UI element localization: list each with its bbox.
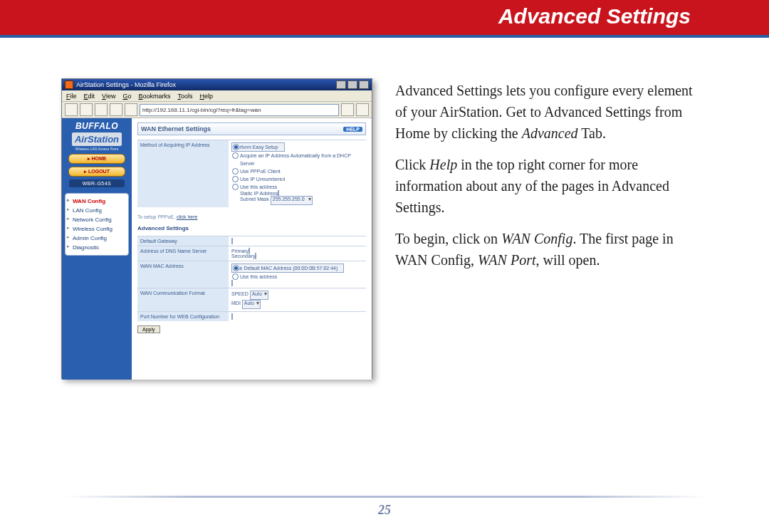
fmt-mdi-select[interactable]: Auto xyxy=(242,300,261,309)
brand-subtitle: Wireless LAN Access Point xyxy=(75,147,118,151)
back-button[interactable] xyxy=(65,103,78,116)
opt-this-address[interactable]: Use this address xyxy=(231,183,363,191)
subnet-select[interactable]: 255.255.255.0 xyxy=(271,196,313,205)
window-title: AirStation Settings - Mozilla Firefox xyxy=(76,81,176,88)
static-ip-label: Static IP Address xyxy=(240,191,278,196)
sidebar-item-admin[interactable]: Admin Config xyxy=(66,234,128,243)
subnet-label: Subnet Mask xyxy=(240,197,269,202)
toolbar: http://192.168.11.1/cgi-bin/cgi?req=fr&t… xyxy=(62,102,372,118)
page-title: Advanced Settings xyxy=(498,4,691,28)
port-input[interactable] xyxy=(231,313,233,320)
advanced-section-title: Advanced Settings xyxy=(137,225,366,231)
sidebar-item-diagnostic[interactable]: Diagnostic xyxy=(66,243,128,252)
p3-tail: , will open. xyxy=(536,252,600,268)
p3-text: To begin, click on xyxy=(395,231,501,246)
home-button-pill[interactable]: ▸ HOME xyxy=(68,154,125,164)
menu-tools[interactable]: Tools xyxy=(177,93,192,100)
header-underline xyxy=(0,35,769,38)
main-panel: WAN Ethernet Settings HELP Method of Acq… xyxy=(132,118,372,380)
row-mac-label: WAN MAC Address xyxy=(137,261,229,288)
panel-title: WAN Ethernet Settings xyxy=(141,125,211,132)
pppoe-hint: To setup PPPoE, click here xyxy=(137,214,366,219)
row-format-label: WAN Communication Format xyxy=(137,288,229,312)
p2-italic: Help xyxy=(429,157,457,172)
dns-secondary-label: Secondary xyxy=(231,254,255,259)
screenshot: AirStation Settings - Mozilla Firefox Fi… xyxy=(61,78,372,379)
footer-rule xyxy=(64,496,705,498)
gateway-input[interactable] xyxy=(231,238,233,244)
row-method-label: Method of Acquiring IP Address xyxy=(137,140,229,208)
model-badge: WBR-G54S xyxy=(69,179,125,187)
fmt-mdi-label: MDI xyxy=(231,301,241,306)
fmt-speed-label: SPEED xyxy=(231,291,249,296)
menu-edit[interactable]: Edit xyxy=(84,93,95,100)
stop-button[interactable] xyxy=(110,103,122,116)
apply-button[interactable]: Apply xyxy=(137,325,160,333)
menu-help[interactable]: Help xyxy=(199,93,213,100)
panel-header: WAN Ethernet Settings HELP xyxy=(137,122,366,135)
mac-this[interactable]: Use this address xyxy=(231,273,363,281)
opt-unnumbered[interactable]: Use IP Unnumbered xyxy=(231,175,363,183)
p1-tail: Tab. xyxy=(578,125,606,141)
row-gateway-label: Default Gateway xyxy=(137,236,229,246)
bookmark-button[interactable] xyxy=(356,103,369,116)
sidebar-item-lan[interactable]: LAN Config xyxy=(66,206,128,215)
page-number: 25 xyxy=(0,503,769,518)
sidebar-item-network[interactable]: Network Config xyxy=(66,215,128,224)
row-method-value: Perform Easy Setup Acquire an IP Address… xyxy=(229,140,366,208)
advanced-table: Default Gateway Address of DNS Name Serv… xyxy=(137,236,366,321)
body-copy: Advanced Settings lets you configure eve… xyxy=(395,80,694,281)
maximize-button[interactable] xyxy=(347,80,357,89)
dns-primary-label: Primary xyxy=(231,249,249,254)
mac-default[interactable]: Use Default MAC Address (00:0D:0B:57:02:… xyxy=(231,264,344,273)
menu-bar: File Edit View Go Bookmarks Tools Help xyxy=(62,90,372,102)
dns-secondary-input[interactable] xyxy=(255,253,256,259)
row-dns-label: Address of DNS Name Server xyxy=(137,246,229,261)
address-bar[interactable]: http://192.168.11.1/cgi-bin/cgi?req=fr&t… xyxy=(140,104,339,116)
p1-italic: Advanced xyxy=(522,125,578,141)
minimize-button[interactable] xyxy=(336,80,346,89)
wan-ethernet-table: Method of Acquiring IP Address Perform E… xyxy=(137,140,366,207)
logout-button-pill[interactable]: ▸ LOGOUT xyxy=(68,167,125,177)
pppoe-link[interactable]: click here xyxy=(177,214,198,219)
paragraph-2: Click Help in the top right corner for m… xyxy=(395,154,694,218)
sidebar-nav: WAN Config LAN Config Network Config Wir… xyxy=(65,193,129,256)
menu-bookmarks[interactable]: Bookmarks xyxy=(138,93,170,100)
mac-input[interactable] xyxy=(231,280,233,286)
menu-file[interactable]: File xyxy=(66,93,77,100)
reload-button[interactable] xyxy=(95,103,108,116)
sidebar-item-wireless[interactable]: Wireless Config xyxy=(66,224,128,234)
window-titlebar: AirStation Settings - Mozilla Firefox xyxy=(62,79,372,90)
close-button[interactable] xyxy=(359,80,369,89)
sidebar: BUFFALO AirStation Wireless LAN Access P… xyxy=(62,118,132,380)
home-button[interactable] xyxy=(125,103,137,116)
fmt-speed-select[interactable]: Auto xyxy=(250,291,268,300)
menu-go[interactable]: Go xyxy=(122,93,131,100)
p3-italic-1: WAN Config xyxy=(501,231,572,246)
opt-dhcp[interactable]: Acquire an IP Address Automatically from… xyxy=(231,152,363,167)
paragraph-1: Advanced Settings lets you configure eve… xyxy=(395,80,694,144)
sidebar-item-wan[interactable]: WAN Config xyxy=(66,197,128,206)
opt-easy[interactable]: Perform Easy Setup xyxy=(231,142,285,152)
go-button[interactable] xyxy=(341,103,354,116)
opt-pppoe[interactable]: Use PPPoE Client xyxy=(231,167,363,175)
brand-airstation: AirStation xyxy=(72,132,122,146)
pppoe-text: To setup PPPoE, xyxy=(137,214,177,219)
firefox-icon xyxy=(65,80,73,89)
menu-view[interactable]: View xyxy=(102,93,115,100)
row-port-label: Port Number for WEB Configuration xyxy=(137,312,229,322)
paragraph-3: To begin, click on WAN Config. The first… xyxy=(395,228,694,271)
help-button[interactable]: HELP xyxy=(343,127,362,132)
p2-text: Click xyxy=(395,157,429,172)
brand-buffalo: BUFFALO xyxy=(75,121,118,131)
window-buttons xyxy=(336,80,369,89)
forward-button[interactable] xyxy=(80,103,93,116)
p3-italic-2: WAN Port xyxy=(478,252,535,268)
